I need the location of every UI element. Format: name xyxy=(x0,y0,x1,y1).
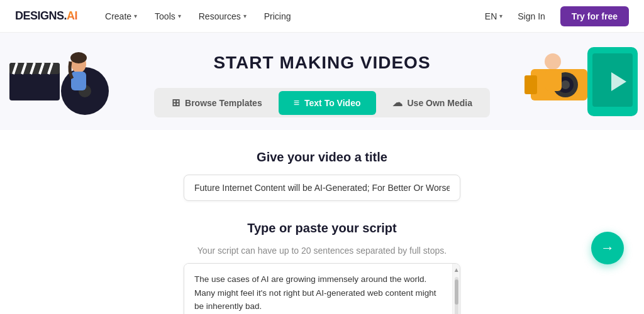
svg-point-11 xyxy=(70,52,87,63)
chevron-down-icon: ▾ xyxy=(178,13,181,19)
tab-text-to-video-label: Text To Video xyxy=(304,98,360,108)
hero-title: START MAKING VIDEOS xyxy=(213,53,430,73)
text-icon: ≡ xyxy=(294,97,299,109)
svg-point-19 xyxy=(561,80,570,89)
tab-text-to-video[interactable]: ≡ Text To Video xyxy=(279,91,376,115)
logo-ai: AI xyxy=(67,9,77,22)
chevron-down-icon: ▾ xyxy=(134,13,137,19)
hero-right-illustration xyxy=(518,33,644,130)
nav-resources[interactable]: Resources ▾ xyxy=(191,8,254,25)
nav-tools-label: Tools xyxy=(155,11,175,21)
navbar: DESIGNS.AI Create ▾ Tools ▾ Resources ▾ … xyxy=(0,0,644,33)
chevron-down-icon: ▾ xyxy=(499,13,502,19)
script-textarea-wrapper: ▲ ▼ xyxy=(184,263,460,314)
logo-text: DESIGNS.AI xyxy=(15,9,77,23)
hero-left-illustration xyxy=(0,33,119,130)
svg-rect-21 xyxy=(545,69,562,91)
nav-resources-label: Resources xyxy=(199,11,241,21)
video-title-input[interactable] xyxy=(184,175,460,201)
arrow-right-icon: → xyxy=(601,240,614,256)
main-content: Give your video a title Type or paste yo… xyxy=(0,130,644,314)
scroll-up-icon[interactable]: ▲ xyxy=(453,266,460,273)
script-hint: Your script can have up to 20 sentences … xyxy=(197,246,447,256)
tab-browse-templates-label: Browse Templates xyxy=(185,98,262,108)
logo-designs: DESIGNS. xyxy=(15,9,67,22)
scrollbar[interactable]: ▲ ▼ xyxy=(452,264,460,314)
language-selector[interactable]: EN ▾ xyxy=(485,11,502,21)
language-label: EN xyxy=(485,11,497,21)
grid-icon: ⊞ xyxy=(172,97,180,109)
nav-tools[interactable]: Tools ▾ xyxy=(147,8,189,25)
nav-pricing-label: Pricing xyxy=(264,11,291,21)
nav-right: EN ▾ Sign In Try for free xyxy=(485,6,629,26)
video-title-heading: Give your video a title xyxy=(257,150,387,165)
script-textarea[interactable] xyxy=(184,264,452,314)
scroll-thumb xyxy=(455,279,458,305)
try-free-button[interactable]: Try for free xyxy=(560,6,629,26)
chevron-down-icon: ▾ xyxy=(243,13,247,19)
hero-section: START MAKING VIDEOS ⊞ Browse Templates ≡… xyxy=(0,33,644,130)
nav-items: Create ▾ Tools ▾ Resources ▾ Pricing xyxy=(97,8,485,25)
scroll-track xyxy=(455,277,458,314)
cloud-icon: ☁ xyxy=(392,97,402,109)
logo[interactable]: DESIGNS.AI xyxy=(15,9,77,23)
svg-rect-10 xyxy=(71,72,86,90)
tab-use-own-media-label: Use Own Media xyxy=(408,98,472,108)
tab-browse-templates[interactable]: ⊞ Browse Templates xyxy=(157,90,277,115)
nav-pricing[interactable]: Pricing xyxy=(257,8,299,25)
tabs-container: ⊞ Browse Templates ≡ Text To Video ☁ Use… xyxy=(154,88,490,117)
nav-create-label: Create xyxy=(105,11,131,21)
script-heading: Type or paste your script xyxy=(247,221,396,236)
sign-in-button[interactable]: Sign In xyxy=(510,8,553,25)
svg-rect-16 xyxy=(525,75,537,94)
svg-point-20 xyxy=(545,53,561,70)
tab-use-own-media[interactable]: ☁ Use Own Media xyxy=(377,90,487,115)
next-arrow-button[interactable]: → xyxy=(591,232,624,264)
nav-create[interactable]: Create ▾ xyxy=(97,8,145,25)
